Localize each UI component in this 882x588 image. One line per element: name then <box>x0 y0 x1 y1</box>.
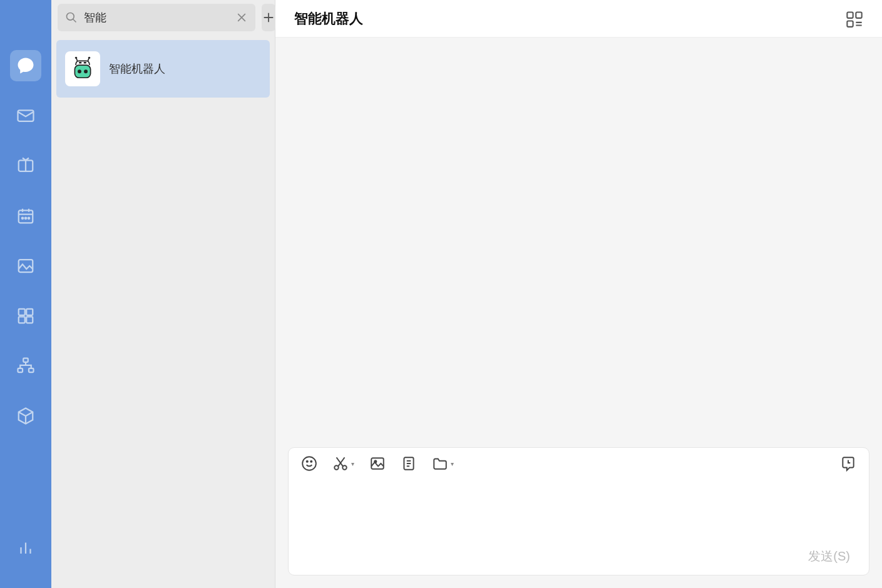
svg-point-26 <box>307 461 308 462</box>
svg-point-16 <box>78 69 81 73</box>
send-button[interactable]: 发送(S) <box>808 548 850 565</box>
message-area <box>275 38 882 435</box>
svg-rect-7 <box>19 309 25 315</box>
svg-point-5 <box>28 218 30 220</box>
svg-rect-24 <box>847 21 853 26</box>
nav-org[interactable] <box>10 350 41 382</box>
clear-search-button[interactable] <box>235 11 248 24</box>
bar-chart-icon <box>16 538 35 557</box>
svg-point-28 <box>334 465 339 470</box>
calendar-icon <box>16 206 35 225</box>
message-input[interactable] <box>289 479 869 542</box>
image-button[interactable] <box>369 455 386 472</box>
smile-icon <box>301 455 317 472</box>
nav-calendar[interactable] <box>10 200 41 231</box>
nav-stats[interactable] <box>10 532 41 563</box>
nav-images[interactable] <box>10 250 41 281</box>
chevron-down-icon: ▾ <box>451 460 454 467</box>
close-icon <box>235 11 248 24</box>
nav-chat[interactable] <box>10 50 41 81</box>
cube-icon <box>16 407 35 425</box>
svg-point-3 <box>22 218 24 220</box>
search-icon <box>65 11 78 24</box>
svg-rect-2 <box>19 210 33 223</box>
svg-point-25 <box>302 457 316 470</box>
panel-list-icon <box>846 10 863 28</box>
add-button[interactable] <box>262 4 275 31</box>
chat-list: 智能机器人 <box>51 35 275 588</box>
svg-rect-8 <box>26 309 33 315</box>
search-box[interactable] <box>58 4 255 31</box>
mail-icon <box>16 106 35 125</box>
chat-bubble-icon <box>16 56 35 75</box>
composer-toolbar: ▾ ▾ <box>289 448 869 479</box>
apps-grid-icon <box>16 307 35 325</box>
chevron-down-icon: ▾ <box>351 460 354 467</box>
svg-rect-20 <box>79 62 81 64</box>
org-chart-icon <box>16 357 35 375</box>
main-area: 智能机器人 ▾ ▾ <box>275 0 882 588</box>
robot-icon <box>69 56 96 82</box>
header-actions <box>846 10 863 28</box>
svg-rect-10 <box>26 317 33 323</box>
app-panel-button[interactable] <box>846 10 863 28</box>
svg-rect-13 <box>29 368 34 372</box>
image-icon <box>16 256 35 275</box>
file-button[interactable]: ▾ <box>432 455 454 472</box>
search-input[interactable] <box>84 11 229 24</box>
composer-footer: 发送(S) <box>289 542 869 575</box>
scissors-icon <box>332 455 349 472</box>
svg-point-14 <box>67 13 74 21</box>
svg-point-4 <box>25 218 27 220</box>
nav-cube[interactable] <box>10 400 41 432</box>
nav-mail[interactable] <box>10 100 41 131</box>
svg-point-29 <box>342 465 347 470</box>
svg-point-27 <box>310 461 312 462</box>
plus-icon <box>262 11 275 24</box>
svg-rect-15 <box>74 65 90 78</box>
main-title: 智能机器人 <box>294 9 363 28</box>
svg-rect-9 <box>19 317 25 323</box>
svg-rect-21 <box>84 62 86 64</box>
chat-item-name: 智能机器人 <box>109 61 165 76</box>
pin-icon <box>16 156 35 175</box>
nav-rail <box>0 0 51 588</box>
svg-rect-12 <box>18 368 23 372</box>
history-chat-icon <box>840 455 856 472</box>
svg-point-19 <box>88 57 90 59</box>
sidebar: 智能机器人 <box>51 0 275 588</box>
folder-icon <box>432 455 448 472</box>
card-button[interactable] <box>401 455 417 472</box>
main-header: 智能机器人 <box>275 0 882 38</box>
chat-list-item[interactable]: 智能机器人 <box>56 40 270 98</box>
search-row <box>51 0 275 35</box>
picture-icon <box>369 455 386 472</box>
svg-point-18 <box>75 57 77 59</box>
nav-apps[interactable] <box>10 300 41 332</box>
composer: ▾ ▾ 发送(S) <box>288 447 869 575</box>
screenshot-button[interactable]: ▾ <box>332 455 354 472</box>
svg-rect-22 <box>847 12 853 18</box>
document-icon <box>401 455 417 472</box>
svg-rect-11 <box>23 358 28 362</box>
history-button[interactable] <box>840 455 856 472</box>
svg-rect-23 <box>856 12 861 18</box>
svg-point-31 <box>374 460 376 462</box>
nav-workspace[interactable] <box>10 150 41 181</box>
svg-point-17 <box>84 69 88 73</box>
chat-avatar <box>65 51 100 86</box>
emoji-button[interactable] <box>301 455 317 472</box>
